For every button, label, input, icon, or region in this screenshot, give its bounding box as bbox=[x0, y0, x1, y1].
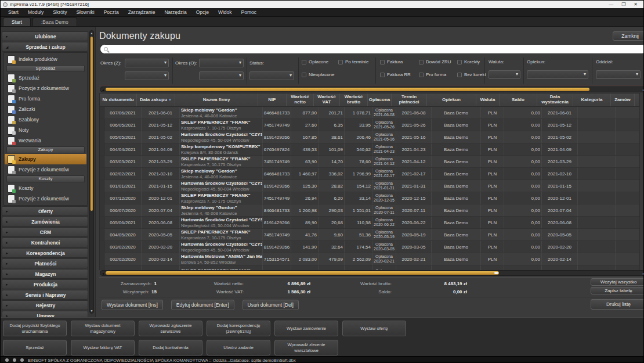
close-module-button[interactable]: Zamknij bbox=[613, 31, 644, 41]
sidebar-section-zakupy[interactable]: Zakupy bbox=[6, 146, 85, 153]
row-selector[interactable] bbox=[100, 168, 104, 179]
menu-item-zarządzanie[interactable]: Zarządzanie bbox=[124, 9, 160, 16]
quick-launch-dodaj-korespondencję-zewnętrzną[interactable]: Dodaj korespondencję (zewnętrzną) bbox=[207, 321, 270, 336]
row-selector[interactable] bbox=[100, 229, 104, 240]
menu-item-start[interactable]: Start bbox=[4, 9, 23, 16]
tab-start[interactable]: Start bbox=[3, 17, 31, 26]
table-row[interactable]: 003/02/20202020-02-20Hurtownia Środków C… bbox=[100, 241, 639, 253]
minimize-icon[interactable]: — bbox=[609, 2, 613, 7]
scroll-left-icon[interactable]: ◄ bbox=[102, 272, 104, 275]
sidebar-group-produkcja[interactable]: ►Produkcja bbox=[2, 279, 88, 289]
sidebar-item-pozycje-z-dokumentów[interactable]: Pozycje z dokumentów bbox=[5, 83, 86, 94]
table-row[interactable]: 007/06/20212021-06-01Sklep meblowy "Gord… bbox=[100, 107, 639, 119]
table-row[interactable]: SKLEP PAPIERNICZY "FRANK"Opłacona bbox=[100, 265, 639, 270]
quick-launch-sprzedaż[interactable]: Sprzedaż bbox=[3, 340, 67, 355]
edit-document-button[interactable]: Edytuj dokument [Enter] bbox=[171, 300, 234, 310]
quick-launch-utwórz-zadanie[interactable]: Utwórz zadanie bbox=[207, 340, 270, 355]
sidebar-group-serwis-i-naprawy[interactable]: ►Serwis i Naprawy bbox=[2, 290, 88, 300]
menu-item-widok[interactable]: Widok bbox=[214, 9, 236, 16]
column-header-opłacona[interactable]: Opłacona bbox=[368, 94, 392, 106]
row-selector[interactable] bbox=[100, 241, 104, 253]
hscrollbar-thumb[interactable] bbox=[106, 88, 589, 91]
row-selector[interactable] bbox=[100, 265, 104, 270]
checkbox-faktura-rr[interactable]: Faktura RR bbox=[380, 72, 411, 77]
sidebar-group-kontrahenci[interactable]: ►Kontrahenci bbox=[2, 238, 88, 247]
sidebar-section-koszty[interactable]: Koszty bbox=[6, 175, 85, 182]
column-header-data-zakupu[interactable]: Data zakupu▼ bbox=[137, 94, 175, 106]
column-header-kategoria[interactable]: Kategoria bbox=[573, 94, 611, 106]
column-header-nazwa-firmy[interactable]: Nazwa firmy bbox=[175, 94, 258, 106]
checkbox-nieoplacone[interactable]: Nieopłacone bbox=[302, 72, 334, 77]
scroll-left-icon[interactable]: ◄ bbox=[102, 88, 104, 92]
quick-launch-dodaj-kontrahenta[interactable]: Dodaj kontrahenta bbox=[139, 340, 202, 355]
hscrollbar-thumb[interactable] bbox=[106, 271, 499, 275]
load-all-button[interactable]: Wczytaj wszystko bbox=[591, 278, 644, 286]
sidebar-item-indeks-produktów[interactable]: Indeks produktów bbox=[5, 54, 86, 64]
sidebar-item-szablony[interactable]: Szablony bbox=[5, 114, 86, 125]
sidebar-group-oferty[interactable]: ►Oferty bbox=[2, 206, 88, 216]
sidebar-group-magazyn[interactable]: ►Magazyn bbox=[2, 269, 88, 279]
checkbox-bez-korekt[interactable]: Bez korekt bbox=[457, 72, 486, 77]
scroll-down-icon[interactable]: ▼ bbox=[90, 309, 93, 312]
sidebar-section-sprzedaż[interactable]: Sprzedaż bbox=[6, 65, 85, 72]
sidebar-group-crm[interactable]: ►CRM bbox=[2, 227, 88, 237]
table-row[interactable]: 003/03/20212021-03-29SKLEP PAPIERNICZY "… bbox=[100, 156, 639, 168]
close-icon[interactable]: ✕ bbox=[634, 2, 638, 7]
maximize-icon[interactable]: ❐ bbox=[621, 2, 625, 7]
table-row[interactable]: 004/05/20202020-05-05SKLEP PAPIERNICZY "… bbox=[100, 229, 639, 241]
column-header-zamów[interactable]: Zamów bbox=[611, 94, 635, 106]
checkbox-pro-forma[interactable]: Pro forma bbox=[419, 72, 446, 77]
menu-item-słowniki[interactable]: Słowniki bbox=[72, 9, 98, 16]
row-selector[interactable] bbox=[100, 192, 104, 204]
delete-document-button[interactable]: Usuń dokument [Del] bbox=[243, 300, 299, 310]
column-header-data-wystawienia[interactable]: Data wystawienia bbox=[537, 94, 573, 106]
scroll-up-icon[interactable]: ▲ bbox=[90, 31, 93, 35]
row-selector[interactable] bbox=[100, 180, 104, 192]
table-row[interactable]: 005/06/20212020-06-08Hurtownia Środków C… bbox=[100, 217, 639, 229]
sidebar-scrollbar[interactable]: ▲ ▼ bbox=[89, 30, 94, 314]
checkbox-faktura[interactable]: Faktura bbox=[380, 59, 403, 64]
quick-launch-wprowadź-zlecenie-warsztatowe[interactable]: Wprowadź zlecenie warsztatowe bbox=[274, 340, 338, 355]
column-header-termin-płatności[interactable]: Termin płatności bbox=[392, 94, 427, 106]
column-header-nr-dokumentu[interactable]: Nr dokumentu bbox=[100, 94, 137, 106]
sidebar-item-noty[interactable]: Noty bbox=[5, 125, 86, 135]
sidebar-item-pro-forma[interactable]: Pro forma bbox=[5, 94, 86, 104]
sidebar-item-zaliczki[interactable]: Zaliczki bbox=[5, 104, 86, 114]
tab-baza-demo[interactable]: :Baza Demo bbox=[32, 17, 77, 26]
checkbox-korekty[interactable]: Korekty bbox=[457, 59, 480, 64]
save-table-button[interactable]: Zapisz tabelę bbox=[591, 287, 644, 294]
row-selector[interactable] bbox=[100, 156, 104, 167]
row-selector[interactable] bbox=[100, 253, 104, 265]
column-header-waluta[interactable]: Waluta bbox=[476, 94, 500, 106]
column-header-opiekun[interactable]: Opiekun bbox=[427, 94, 476, 106]
quick-launch-wprowadź-zgłoszenie-serwisowe[interactable]: Wprowadź zgłoszenie serwisowe bbox=[139, 321, 202, 336]
sidebar-group-ulubione[interactable]: ►Ulubione bbox=[2, 31, 88, 41]
column-header-saldo[interactable]: Saldo bbox=[500, 94, 537, 106]
waluta-dropdown[interactable] bbox=[489, 70, 520, 79]
sidebar-group-umowy[interactable]: ►Umowy bbox=[2, 311, 88, 317]
table-row[interactable]: 002/02/20212021-02-10Sklep meblowy "Gord… bbox=[100, 168, 639, 180]
menu-item-opcje[interactable]: Opcje bbox=[192, 9, 213, 16]
sidebar-item-wezwania[interactable]: Wezwania bbox=[5, 135, 86, 146]
menu-item-moduły[interactable]: Moduły bbox=[24, 9, 48, 16]
quick-launch-wystaw-zamówienie[interactable]: Wystaw zamówienie bbox=[274, 321, 338, 336]
hscrollbar-handle[interactable] bbox=[494, 272, 498, 274]
okres-z-to-dropdown[interactable] bbox=[125, 71, 169, 80]
sidebar-scrollbar-thumb[interactable] bbox=[91, 37, 93, 211]
sidebar-group-rejestry[interactable]: ►Rejestry bbox=[2, 300, 88, 310]
table-row[interactable]: 006/07/20202020-07-04Sklep meblowy "Gord… bbox=[100, 204, 639, 217]
table-row[interactable]: 006/05/20212021-05-12SKLEP PAPIERNICZY "… bbox=[100, 119, 639, 131]
table-hscrollbar-bottom[interactable]: ◄ ► bbox=[100, 270, 644, 276]
opiekun-dropdown[interactable] bbox=[527, 70, 588, 79]
menu-item-pomoc[interactable]: Pomoc bbox=[237, 9, 261, 16]
column-header-wartość-vat[interactable]: Wartość VAT bbox=[314, 94, 340, 106]
table-hscrollbar-top[interactable]: ◄ ► bbox=[100, 87, 644, 92]
search-input[interactable] bbox=[108, 45, 643, 53]
column-header-wartość-netto[interactable]: Wartość netto bbox=[287, 94, 314, 106]
table-row[interactable]: 005/05/20212021-05-02Hurtownia Środków C… bbox=[100, 131, 639, 143]
okres-o-from-dropdown[interactable] bbox=[199, 59, 244, 67]
quick-launch-wystaw-ofertę[interactable]: Wystaw ofertę bbox=[342, 321, 406, 336]
quick-launch-dodaj-przyciski-szybkiego-uruchamiania[interactable]: Dodaj przyciski Szybkiego uruchamiania bbox=[3, 321, 67, 336]
sidebar-item-zakupy[interactable]: Zakupy bbox=[5, 154, 86, 164]
oddzial-dropdown[interactable] bbox=[596, 70, 641, 79]
